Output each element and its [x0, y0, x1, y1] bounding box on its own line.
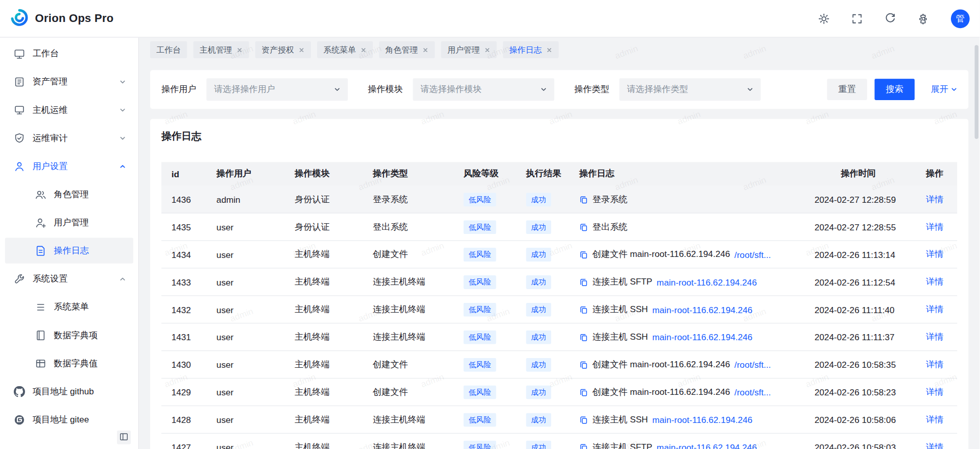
search-button[interactable]: 搜索 [875, 79, 915, 100]
tab[interactable]: 工作台 [150, 41, 187, 58]
table-row[interactable]: 1434 user 主机终端 创建文件 低风险 成功 创建文件 main-roo… [161, 241, 957, 269]
sidebar-item[interactable]: 系统设置 [5, 266, 133, 292]
detail-link[interactable]: 详情 [926, 414, 943, 424]
cell-action: 详情 [912, 441, 957, 449]
tab-close-icon[interactable] [361, 46, 367, 53]
table-row[interactable]: 1433 user 主机终端 连接主机终端 低风险 成功 连接主机 SFTP m… [161, 269, 957, 296]
copy-icon[interactable] [579, 388, 588, 396]
chevron-down-icon [119, 79, 126, 85]
cell-module: 身份认证 [284, 194, 363, 205]
scrollbar-thumb[interactable] [975, 45, 978, 139]
gitee-icon [14, 414, 25, 425]
cell-risk: 低风险 [453, 275, 516, 289]
tab-label: 角色管理 [386, 44, 418, 55]
detail-link[interactable]: 详情 [926, 304, 943, 314]
log-link[interactable]: main-root-116.62.194.246 [652, 415, 752, 425]
cell-module: 主机终端 [284, 276, 363, 288]
table-row[interactable]: 1431 user 主机终端 连接主机终端 低风险 成功 连接主机 SSH ma… [161, 323, 957, 351]
cell-user: user [206, 387, 284, 397]
column-header: 操作时间 [804, 169, 912, 180]
tab[interactable]: 系统菜单 [317, 41, 373, 58]
detail-link[interactable]: 详情 [926, 276, 943, 287]
sidebar-item[interactable]: 数据字典值 [5, 350, 133, 376]
expand-toggle[interactable]: 展开 [931, 84, 957, 95]
theme-toggle-icon[interactable] [818, 13, 829, 24]
sidebar-item[interactable]: 操作日志 [5, 238, 133, 264]
sidebar-item[interactable]: 项目地址 github [5, 379, 133, 404]
sidebar-item[interactable]: 项目地址 gitee [5, 407, 133, 432]
sidebar-item[interactable]: 系统菜单 [5, 294, 133, 320]
refresh-icon[interactable] [885, 13, 896, 24]
log-text: 创建文件 main-root-116.62.194.246 [592, 386, 730, 397]
copy-icon[interactable] [579, 305, 588, 314]
tab-close-icon[interactable] [546, 46, 552, 53]
user-settings-icon [14, 160, 25, 172]
detail-link[interactable]: 详情 [926, 332, 943, 342]
risk-badge: 低风险 [464, 413, 496, 427]
detail-link[interactable]: 详情 [926, 194, 943, 204]
table-row[interactable]: 1430 user 主机终端 创建文件 低风险 成功 创建文件 main-roo… [161, 351, 957, 379]
settings-icon[interactable] [918, 13, 929, 24]
sidebar-item[interactable]: 主机运维 [5, 97, 133, 123]
table-row[interactable]: 1432 user 主机终端 连接主机终端 低风险 成功 连接主机 SSH ma… [161, 296, 957, 323]
detail-link[interactable]: 详情 [926, 386, 943, 396]
cell-time: 2024-02-26 10:58:03 [804, 442, 912, 449]
column-header: 操作类型 [363, 169, 454, 180]
cell-risk: 低风险 [453, 193, 516, 206]
filter-select-0[interactable]: 请选择操作用户 [206, 78, 348, 101]
log-link[interactable]: main-root-116.62.194.246 [652, 332, 752, 342]
copy-icon[interactable] [579, 250, 588, 258]
copy-icon[interactable] [579, 415, 588, 424]
tab[interactable]: 角色管理 [379, 41, 435, 58]
copy-icon[interactable] [579, 222, 588, 231]
tab[interactable]: 主机管理 [194, 41, 249, 58]
log-text: 连接主机 SFTP [592, 276, 652, 288]
table-row[interactable]: 1435 user 身份认证 登出系统 低风险 成功 登出系统 2024-02-… [161, 214, 957, 241]
sidebar-item[interactable]: 运维审计 [5, 125, 133, 151]
tab[interactable]: 用户管理 [441, 41, 497, 58]
sidebar-item[interactable]: 用户管理 [5, 209, 133, 235]
table-row[interactable]: 1436 admin 身份认证 登录系统 低风险 成功 登录系统 2024-02… [161, 186, 957, 214]
sidebar-item[interactable]: 资产管理 [5, 69, 133, 94]
tab[interactable]: 资产授权 [255, 41, 311, 58]
tab[interactable]: 操作日志 [503, 41, 559, 58]
log-link[interactable]: /root/sft... [734, 249, 771, 259]
copy-icon[interactable] [579, 195, 588, 204]
detail-link[interactable]: 详情 [926, 441, 943, 449]
tab-close-icon[interactable] [484, 46, 490, 53]
tab-close-icon[interactable] [298, 46, 304, 53]
sidebar-item[interactable]: 工作台 [5, 41, 133, 66]
sidebar-item[interactable]: 角色管理 [5, 181, 133, 207]
fullscreen-icon[interactable] [851, 13, 863, 24]
cell-log: 创建文件 main-root-116.62.194.246 /root/sft.… [569, 386, 805, 397]
user-avatar[interactable]: 管 [951, 9, 970, 28]
sidebar-collapse-button[interactable] [117, 431, 131, 444]
cell-module: 主机终端 [284, 304, 363, 315]
filter-fields: 操作用户 请选择操作用户 操作模块 请选择操作模块 操作类型 请选择操作类型 [161, 78, 781, 101]
copy-icon[interactable] [579, 333, 588, 341]
copy-icon[interactable] [579, 443, 588, 449]
table-row[interactable]: 1428 user 主机终端 连接主机终端 低风险 成功 连接主机 SSH ma… [161, 406, 957, 434]
table-row[interactable]: 1429 user 主机终端 创建文件 低风险 成功 创建文件 main-roo… [161, 379, 957, 406]
sidebar-item[interactable]: 用户设置 [5, 153, 133, 179]
vertical-scrollbar[interactable] [975, 39, 978, 448]
filter-select-2[interactable]: 请选择操作类型 [619, 78, 761, 101]
detail-link[interactable]: 详情 [926, 249, 943, 259]
log-link[interactable]: main-root-116.62.194.246 [657, 442, 757, 449]
risk-badge: 低风险 [464, 275, 496, 289]
table-row[interactable]: 1427 user 主机终端 连接主机终端 低风险 成功 连接主机 SFTP m… [161, 434, 957, 449]
log-link[interactable]: /root/sft... [734, 360, 771, 370]
filter-select-1[interactable]: 请选择操作模块 [413, 78, 555, 101]
detail-link[interactable]: 详情 [926, 221, 943, 231]
tab-close-icon[interactable] [422, 46, 428, 53]
reset-button[interactable]: 重置 [827, 79, 867, 100]
copy-icon[interactable] [579, 360, 588, 369]
log-link[interactable]: main-root-116.62.194.246 [652, 304, 752, 315]
tab-close-icon[interactable] [236, 46, 243, 53]
sidebar-item[interactable]: 数据字典项 [5, 322, 133, 348]
column-header: 操作日志 [569, 169, 805, 180]
log-link[interactable]: /root/sft... [734, 387, 771, 397]
detail-link[interactable]: 详情 [926, 359, 943, 369]
log-link[interactable]: main-root-116.62.194.246 [657, 277, 757, 287]
copy-icon[interactable] [579, 277, 588, 286]
